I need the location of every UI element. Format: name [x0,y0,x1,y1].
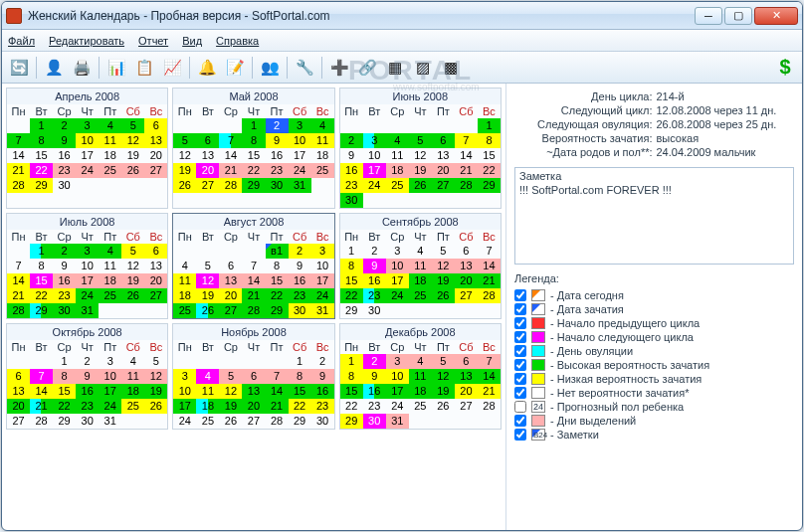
day-cell[interactable]: 27 [7,414,30,429]
day-cell[interactable]: 4 [173,259,196,273]
day-cell[interactable]: 28 [7,303,30,318]
day-cell[interactable]: 26 [121,163,144,178]
day-cell[interactable]: 23 [340,178,363,193]
day-cell[interactable]: 5 [432,244,455,259]
day-cell[interactable]: 31 [386,414,409,429]
day-cell[interactable]: 19 [196,288,219,303]
day-cell[interactable]: 25 [386,178,409,193]
day-cell[interactable]: 29 [53,414,76,429]
day-cell[interactable]: 14 [478,369,501,384]
day-cell[interactable]: 3 [76,118,99,133]
day-cell[interactable]: 21 [30,399,53,414]
day-cell[interactable]: 31 [99,414,121,429]
day-cell[interactable]: 18 [409,384,432,399]
day-cell[interactable]: 18 [311,148,334,163]
add-button[interactable]: ➕ [326,55,352,81]
day-cell[interactable]: 28 [30,414,53,429]
pixel2-icon[interactable]: ▨ [410,55,436,81]
day-cell[interactable]: 27 [144,288,167,303]
day-cell[interactable]: 1 [242,118,265,133]
day-cell[interactable]: 10 [386,369,409,384]
day-cell[interactable]: 22 [340,288,363,303]
day-cell[interactable]: 6 [144,118,167,133]
day-cell[interactable]: 25 [173,303,196,318]
maximize-button[interactable]: ▢ [724,7,752,25]
day-cell[interactable]: 12 [121,133,144,148]
money-button[interactable]: $ [772,55,798,81]
sync-button[interactable]: 🔗 [354,55,380,81]
day-cell[interactable]: 4 [311,118,334,133]
month-0[interactable]: Апрель 2008ПнВтСрЧтПтСбВс123456789101112… [6,88,168,209]
day-cell[interactable]: 28 [242,303,265,318]
refresh-button[interactable]: 🔄 [6,55,32,81]
day-cell[interactable]: 13 [242,384,265,399]
legend-check-high-prob[interactable] [514,359,526,371]
day-cell[interactable]: 29 [266,303,289,318]
day-cell[interactable]: 9 [266,133,289,148]
day-cell[interactable]: 1 [340,244,363,259]
day-cell[interactable]: 30 [363,414,386,429]
legend-check-next-cycle[interactable] [514,331,526,343]
chart-button[interactable]: 📊 [103,55,129,81]
day-cell[interactable]: 16 [363,273,386,288]
note-box[interactable]: Заметка !!! SoftPortal.com FOREVER !!! [514,167,794,265]
day-cell[interactable]: 24 [76,288,99,303]
day-cell[interactable]: 14 [455,148,478,163]
day-cell[interactable]: 12 [219,384,242,399]
day-cell[interactable]: 16 [340,163,363,178]
day-cell[interactable]: 9 [53,259,76,273]
day-cell[interactable]: 18 [196,399,219,414]
user-button[interactable]: 👤 [41,55,67,81]
day-cell[interactable]: 4 [409,244,432,259]
day-cell[interactable]: 14 [7,273,30,288]
day-cell[interactable]: 27 [196,178,219,193]
day-cell[interactable]: 5 [121,244,144,259]
day-cell[interactable]: 7 [219,133,242,148]
day-cell[interactable]: 1 [30,118,53,133]
month-7[interactable]: Ноябрь 2008ПнВтСрЧтПтСбВс123456789101112… [172,323,334,430]
month-8[interactable]: Декабрь 2008ПнВтСрЧтПтСбВс12345678910111… [339,323,502,430]
day-cell[interactable]: 26 [144,399,167,414]
day-cell[interactable]: 20 [455,273,478,288]
day-cell[interactable]: 8 [242,133,265,148]
day-cell[interactable]: 2 [311,354,334,369]
day-cell[interactable]: 27 [432,178,455,193]
day-cell[interactable]: 20 [242,399,265,414]
day-cell[interactable]: 7 [7,259,30,273]
day-cell[interactable]: 17 [173,399,196,414]
day-cell[interactable]: 13 [7,384,30,399]
day-cell[interactable]: 3 [386,244,409,259]
day-cell[interactable]: 30 [340,193,363,208]
day-cell[interactable]: 11 [386,148,409,163]
day-cell[interactable]: 19 [409,163,432,178]
day-cell[interactable]: 30 [53,178,76,193]
day-cell[interactable]: 8 [53,369,76,384]
day-cell[interactable]: 3 [173,369,196,384]
day-cell[interactable]: 12 [121,259,144,273]
day-cell[interactable]: 17 [99,384,121,399]
day-cell[interactable]: 28 [455,178,478,193]
day-cell[interactable]: 7 [7,133,30,148]
pixel3-icon[interactable]: ▩ [438,55,464,81]
day-cell[interactable]: 6 [242,369,265,384]
titlebar[interactable]: Женский Календарь - Пробная версия - Sof… [2,2,802,30]
day-cell[interactable]: 8 [340,259,363,273]
day-cell[interactable]: 2 [53,118,76,133]
day-cell[interactable]: 13 [455,259,478,273]
day-cell[interactable]: 21 [7,163,30,178]
day-cell[interactable]: 16 [76,384,99,399]
day-cell[interactable]: 15 [53,384,76,399]
day-cell[interactable]: 13 [196,148,219,163]
day-cell[interactable]: 24 [363,178,386,193]
day-cell[interactable]: 17 [386,273,409,288]
day-cell[interactable]: 10 [76,259,99,273]
report-button[interactable]: 📋 [131,55,157,81]
day-cell[interactable]: 19 [432,384,455,399]
day-cell[interactable]: 9 [76,369,99,384]
day-cell[interactable]: 8 [340,369,363,384]
pixel1-icon[interactable]: ▦ [382,55,408,81]
day-cell[interactable]: 15 [30,148,53,163]
day-cell[interactable]: 6 [7,369,30,384]
day-cell[interactable]: 2 [363,354,386,369]
day-cell[interactable]: 30 [53,303,76,318]
